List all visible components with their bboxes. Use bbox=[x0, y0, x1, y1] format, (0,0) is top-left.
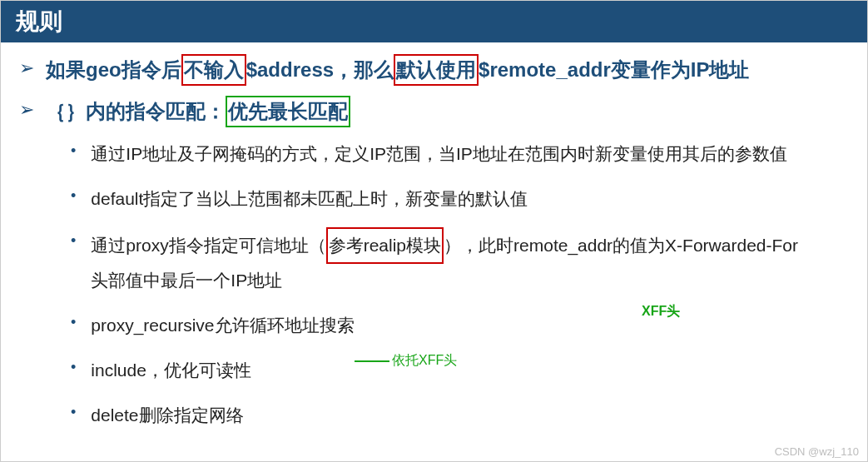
minor-bullet-icon: • bbox=[71, 182, 76, 209]
minor-bullet-icon: • bbox=[71, 227, 76, 254]
highlight-red-2: 默认使用 bbox=[394, 54, 479, 86]
major-bullet-icon: ➢ bbox=[19, 96, 34, 124]
sub-point-1: • 通过IP地址及子网掩码的方式，定义IP范围，当IP地址在范围内时新变量使用其… bbox=[71, 137, 849, 171]
sub-point-2: • default指定了当以上范围都未匹配上时，新变量的默认值 bbox=[71, 182, 849, 216]
annotation-line bbox=[355, 360, 389, 362]
maj2-pre: ｛｝内的指令匹配： bbox=[46, 100, 226, 122]
highlight-red-3: 参考realip模块 bbox=[326, 227, 444, 264]
sub-text-4: proxy_recursive允许循环地址搜索 bbox=[91, 309, 354, 342]
minor-bullet-icon: • bbox=[71, 309, 76, 335]
minor-bullet-icon: • bbox=[71, 137, 76, 164]
sub-text-6: delete删除指定网络 bbox=[91, 399, 243, 432]
major-text-1: 如果geo指令后不输入$address，那么默认使用$remote_addr变量… bbox=[46, 54, 749, 86]
highlight-green-1: 优先最长匹配 bbox=[226, 96, 350, 127]
sub3-pre: 通过proxy指令指定可信地址（ bbox=[91, 236, 325, 255]
highlight-red-1: 不输入 bbox=[181, 54, 246, 86]
sublist: • 通过IP地址及子网掩码的方式，定义IP范围，当IP地址在范围内时新变量使用其… bbox=[71, 137, 849, 432]
watermark: CSDN @wzj_110 bbox=[775, 445, 859, 458]
sub-text-2: default指定了当以上范围都未匹配上时，新变量的默认值 bbox=[91, 182, 528, 216]
annotation-xff-depend: 依托XFF头 bbox=[392, 352, 457, 370]
slide: 规则 ➢ 如果geo指令后不输入$address，那么默认使用$remote_a… bbox=[0, 0, 868, 462]
annotation-xff-header: XFF头 bbox=[642, 303, 680, 320]
sub-point-3: • 通过proxy指令指定可信地址（参考realip模块），此时remote_a… bbox=[71, 227, 849, 297]
minor-bullet-icon: • bbox=[71, 354, 76, 380]
page-title: 规则 bbox=[16, 6, 852, 37]
major-point-1: ➢ 如果geo指令后不输入$address，那么默认使用$remote_addr… bbox=[19, 54, 849, 86]
header-bar: 规则 bbox=[1, 1, 867, 42]
major-point-2: ➢ ｛｝内的指令匹配：优先最长匹配 bbox=[19, 96, 849, 127]
content-area: ➢ 如果geo指令后不输入$address，那么默认使用$remote_addr… bbox=[1, 42, 867, 432]
maj1-post: $remote_addr变量作为IP地址 bbox=[479, 58, 749, 81]
sub-point-5: • include，优化可读性 bbox=[71, 354, 849, 387]
sub-point-6: • delete删除指定网络 bbox=[71, 399, 849, 432]
major-text-2: ｛｝内的指令匹配：优先最长匹配 bbox=[46, 96, 350, 127]
sub-point-4: • proxy_recursive允许循环地址搜索 bbox=[71, 309, 849, 342]
sub-text-5: include，优化可读性 bbox=[91, 354, 251, 387]
maj1-pre: 如果geo指令后 bbox=[46, 58, 181, 81]
minor-bullet-icon: • bbox=[71, 399, 76, 425]
sub-text-1: 通过IP地址及子网掩码的方式，定义IP范围，当IP地址在范围内时新变量使用其后的… bbox=[91, 137, 787, 171]
sub-text-3: 通过proxy指令指定可信地址（参考realip模块），此时remote_add… bbox=[91, 227, 815, 297]
maj1-mid: $address，那么 bbox=[246, 58, 394, 81]
major-bullet-icon: ➢ bbox=[19, 54, 34, 82]
